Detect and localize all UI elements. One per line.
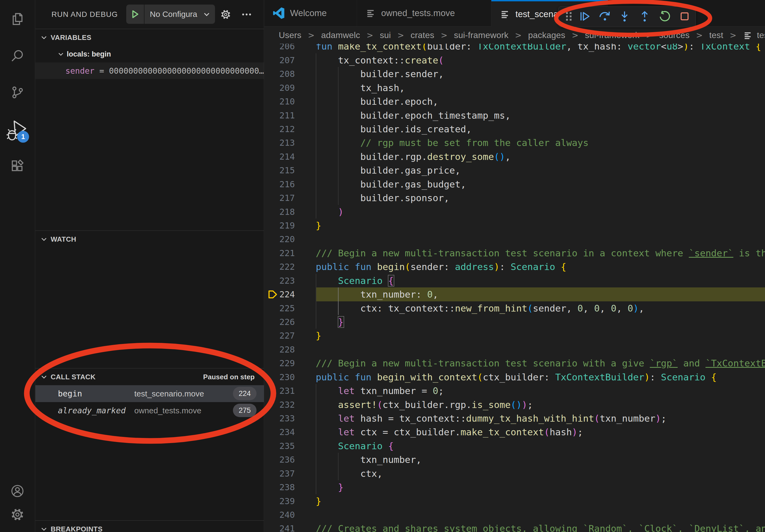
search-icon xyxy=(10,49,25,63)
debug-start-icon[interactable] xyxy=(126,5,144,24)
breadcrumb[interactable]: Users>adamwelc>sui>crates>sui-framework>… xyxy=(264,27,765,44)
breadcrumb-item[interactable]: test xyxy=(709,30,723,40)
code-line-227[interactable]: 227} xyxy=(264,329,765,342)
code-line-226[interactable]: 226} xyxy=(264,315,765,329)
line-number: 235 xyxy=(264,439,295,453)
debug-settings-gear-icon[interactable] xyxy=(217,0,234,29)
line-number: 213 xyxy=(264,136,295,150)
stop-icon xyxy=(679,10,690,23)
code-line-text: builder.ids_created, xyxy=(316,122,472,136)
breadcrumb-item[interactable]: adamwelc xyxy=(321,30,360,40)
code-line-239[interactable]: 239} xyxy=(264,494,765,508)
code-line-232[interactable]: 232assert!(ctx_builder.rgp.is_some()); xyxy=(264,398,765,411)
breadcrumb-separator: > xyxy=(308,31,315,40)
code-line-209[interactable]: 209tx_hash, xyxy=(264,81,765,95)
code-line-229[interactable]: 229/// Begin a new multi-transaction tes… xyxy=(264,356,765,370)
breadcrumb-item[interactable]: sui-framework xyxy=(585,30,640,40)
frame-file-name: test_scenario.move xyxy=(134,385,204,402)
stop-button[interactable] xyxy=(676,7,693,27)
variable-row-sender[interactable]: sender = 0000000000000000000000000000000… xyxy=(35,62,264,79)
code-token: fun xyxy=(355,261,371,272)
debug-config-dropdown[interactable]: No Configura xyxy=(145,10,202,19)
breadcrumb-file[interactable]: test_scenario.move xyxy=(743,30,765,40)
breakpoints-section-header[interactable]: BREAKPOINTS xyxy=(35,521,264,532)
code-line-211[interactable]: 211builder.epoch_timestamp_ms, xyxy=(264,109,765,122)
sidebar-more-actions-icon[interactable] xyxy=(238,0,255,29)
continue-button[interactable] xyxy=(576,7,593,27)
code-line-228[interactable]: 228 xyxy=(264,343,765,356)
restart-button[interactable] xyxy=(656,7,673,27)
code-line-233[interactable]: 233let hash = tx_context::dummy_tx_hash_… xyxy=(264,411,765,425)
code-line-221[interactable]: 221/// Begin a new multi-transaction tes… xyxy=(264,246,765,260)
activity-bar-item-search[interactable] xyxy=(0,40,35,72)
call-stack-section-header[interactable]: CALL STACK Paused on step xyxy=(35,369,264,385)
code-line-text: let ctx = ctx_builder.make_tx_context(ha… xyxy=(316,425,583,439)
chevron-down-icon[interactable] xyxy=(202,10,211,19)
code-line-234[interactable]: 234let ctx = ctx_builder.make_tx_context… xyxy=(264,425,765,439)
code-line-235[interactable]: 235Scenario { xyxy=(264,439,765,453)
line-number: 240 xyxy=(264,508,295,522)
step-over-button[interactable] xyxy=(596,7,613,27)
breadcrumb-item[interactable]: sui-framework xyxy=(454,30,508,40)
breadcrumb-item[interactable]: Users xyxy=(279,30,302,40)
code-line-240[interactable]: 240 xyxy=(264,508,765,522)
step-out-button[interactable] xyxy=(636,7,653,27)
code-token: u8 xyxy=(667,44,678,52)
tab-owned-tests-move[interactable]: owned_tests.move xyxy=(357,0,491,26)
run-and-debug-icon: 1 xyxy=(6,117,29,142)
code-line-238[interactable]: 238} xyxy=(264,480,765,494)
code-editor[interactable]: 206fun make_tx_context(builder: TxContex… xyxy=(264,44,765,532)
breadcrumb-item[interactable]: sui xyxy=(380,30,391,40)
code-token: fun xyxy=(316,44,333,52)
code-token: { xyxy=(388,275,394,286)
code-line-231[interactable]: 231let txn_number = 0; xyxy=(264,384,765,398)
breadcrumb-item[interactable]: packages xyxy=(528,30,565,40)
line-number: 238 xyxy=(264,480,295,494)
code-line-218[interactable]: 218) xyxy=(264,205,765,219)
step-into-button[interactable] xyxy=(616,7,633,27)
breadcrumb-item[interactable]: crates xyxy=(410,30,434,40)
code-line-236[interactable]: 236txn_number, xyxy=(264,453,765,466)
line-number: 206 xyxy=(264,44,295,53)
code-line-207[interactable]: 207tx_context::create( xyxy=(264,53,765,67)
code-line-219[interactable]: 219} xyxy=(264,219,765,232)
variables-section-header[interactable]: VARIABLES xyxy=(35,29,264,46)
code-token: builder.sponsor, xyxy=(360,193,449,203)
activity-bar-item-run-and-debug[interactable]: 1 xyxy=(0,113,35,145)
code-line-214[interactable]: 214builder.rgp.destroy_some(), xyxy=(264,150,765,163)
activity-bar-item-extensions[interactable] xyxy=(0,150,35,182)
activity-bar-item-settings[interactable] xyxy=(0,498,35,531)
line-number: 215 xyxy=(264,163,295,177)
debug-launch-control[interactable]: No Configura xyxy=(126,5,215,24)
watch-section-header[interactable]: WATCH xyxy=(35,231,264,247)
code-line-223[interactable]: 223Scenario { xyxy=(264,274,765,287)
code-line-225[interactable]: 225ctx: tx_context::new_from_hint(sender… xyxy=(264,301,765,315)
breadcrumb-separator: > xyxy=(730,31,736,40)
line-number: 239 xyxy=(264,494,295,508)
code-line-222[interactable]: 222public fun begin(sender: address): Sc… xyxy=(264,260,765,274)
tab-welcome[interactable]: Welcome xyxy=(264,0,357,26)
code-line-217[interactable]: 217builder.sponsor, xyxy=(264,191,765,205)
call-stack-frame[interactable]: already_markedowned_tests.move275 xyxy=(35,402,264,419)
code-line-text: builder.epoch, xyxy=(316,95,438,109)
code-line-220[interactable]: 220 xyxy=(264,232,765,246)
code-line-241[interactable]: 241/// Creates and shares system objects… xyxy=(264,522,765,532)
drag-handle-icon xyxy=(564,10,575,23)
code-line-208[interactable]: 208builder.sender, xyxy=(264,67,765,81)
code-line-text: let hash = tx_context::dummy_tx_hash_wit… xyxy=(316,411,667,425)
code-line-212[interactable]: 212builder.ids_created, xyxy=(264,122,765,136)
code-line-213[interactable]: 213// rgp must be set from the caller al… xyxy=(264,136,765,149)
code-line-224[interactable]: 224txn_number: 0, xyxy=(264,287,765,301)
breadcrumb-item[interactable]: sources xyxy=(659,30,689,40)
code-line-206[interactable]: 206fun make_tx_context(builder: TxContex… xyxy=(264,44,765,53)
code-line-215[interactable]: 215builder.gas_price, xyxy=(264,163,765,177)
code-line-text: assert!(ctx_builder.rgp.is_some()); xyxy=(316,398,533,412)
code-line-210[interactable]: 210builder.epoch, xyxy=(264,95,765,108)
code-line-230[interactable]: 230public fun begin_with_context(ctx_bui… xyxy=(264,370,765,384)
locals-scope-row[interactable]: locals: begin xyxy=(35,46,264,62)
activity-bar-item-source-control[interactable] xyxy=(0,76,35,109)
code-line-216[interactable]: 216builder.gas_budget, xyxy=(264,177,765,191)
activity-bar-item-explorer[interactable] xyxy=(0,3,35,35)
code-line-237[interactable]: 237ctx, xyxy=(264,467,765,480)
call-stack-frame[interactable]: begintest_scenario.move224 xyxy=(35,385,264,402)
